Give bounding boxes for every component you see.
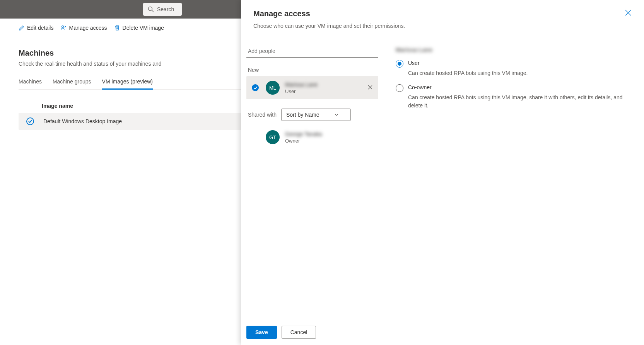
person-row-shared[interactable]: GT George Tanaka Owner [246, 126, 378, 149]
search-placeholder: Search [157, 6, 174, 12]
pencil-icon [19, 25, 25, 31]
trash-icon [114, 25, 120, 31]
role-coowner-label: Co-owner [408, 84, 432, 90]
close-panel-button[interactable] [625, 9, 632, 17]
panel-body: New ML Marissa Lane User Shared with Sor… [241, 37, 644, 320]
sort-by-value: Sort by Name [286, 112, 319, 118]
new-section-label: New [246, 67, 378, 73]
role-coowner-radio[interactable] [396, 84, 403, 92]
save-button[interactable]: Save [246, 326, 277, 339]
panel-footer: Save Cancel [241, 320, 644, 345]
role-user-radio[interactable] [396, 60, 403, 68]
tab-machines[interactable]: Machines [19, 75, 42, 89]
avatar: ML [266, 81, 280, 95]
panel-header: Manage access Choose who can use your VM… [241, 0, 644, 37]
cancel-button[interactable]: Cancel [282, 326, 316, 339]
role-coowner-radio-item[interactable]: Co-owner [396, 84, 632, 92]
tab-vm-images[interactable]: VM images (preview) [102, 75, 153, 90]
shared-with-label: Shared with [248, 112, 277, 118]
person-row-check [252, 84, 259, 91]
people-share-icon [60, 25, 67, 31]
selected-person-name: Marissa Lane [396, 46, 632, 53]
panel-subtitle: Choose who can use your VM image and set… [253, 23, 632, 29]
role-coowner-desc: Can create hosted RPA bots using this VM… [408, 93, 632, 110]
check-icon [253, 86, 258, 90]
manage-access-label: Manage access [69, 25, 107, 31]
panel-title: Manage access [253, 9, 632, 18]
delete-vm-label: Delete VM image [123, 25, 164, 31]
row-select-indicator[interactable] [26, 117, 34, 125]
role-user-desc: Can create hosted RPA bots using this VM… [408, 69, 632, 77]
person-name: George Tanaka [285, 131, 373, 138]
person-info: George Tanaka Owner [285, 131, 373, 143]
search-input-container[interactable]: Search [143, 3, 182, 16]
sort-by-select[interactable]: Sort by Name [281, 109, 351, 121]
check-icon [28, 119, 32, 124]
close-icon [625, 9, 632, 16]
person-info: Marissa Lane User [285, 81, 367, 94]
panel-left-column: New ML Marissa Lane User Shared with Sor… [241, 37, 384, 320]
tab-machine-groups[interactable]: Machine groups [53, 75, 91, 89]
manage-access-panel: Manage access Choose who can use your VM… [241, 0, 644, 345]
delete-vm-button[interactable]: Delete VM image [114, 25, 164, 31]
image-name-cell: Default Windows Desktop Image [43, 118, 122, 124]
shared-with-row: Shared with Sort by Name [248, 109, 377, 121]
close-icon [367, 85, 373, 90]
edit-details-button[interactable]: Edit details [19, 25, 53, 31]
person-row-new[interactable]: ML Marissa Lane User [246, 76, 378, 99]
person-name: Marissa Lane [285, 81, 367, 88]
person-role: User [285, 88, 367, 94]
add-people-input[interactable] [246, 45, 378, 58]
person-role: Owner [285, 138, 373, 144]
panel-right-column: Marissa Lane User Can create hosted RPA … [384, 37, 644, 320]
svg-line-1 [152, 10, 154, 12]
avatar: GT [266, 130, 280, 144]
chevron-down-icon [334, 112, 339, 117]
role-user-label: User [408, 60, 420, 66]
svg-point-0 [149, 7, 152, 11]
edit-details-label: Edit details [27, 25, 53, 31]
svg-point-2 [62, 25, 64, 27]
role-user-radio-item[interactable]: User [396, 60, 632, 68]
manage-access-button[interactable]: Manage access [60, 25, 107, 31]
search-icon [148, 6, 154, 12]
remove-person-button[interactable] [367, 85, 373, 91]
